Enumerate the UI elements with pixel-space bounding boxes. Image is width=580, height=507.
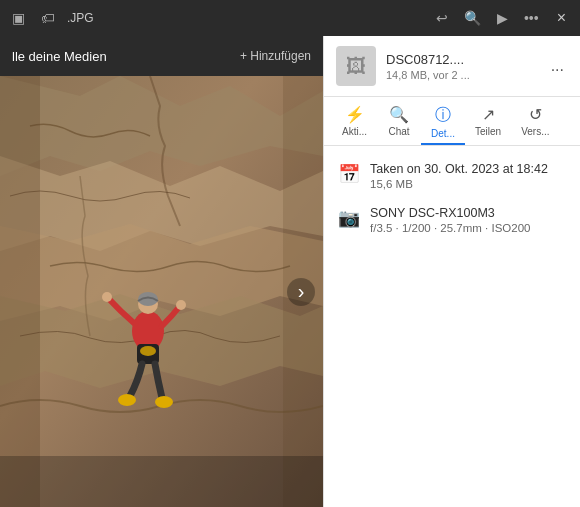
header-more-button[interactable]: ... [547, 55, 568, 77]
tab-aktiv-label: Akti... [342, 126, 367, 137]
svg-point-7 [176, 300, 186, 310]
more-icon[interactable]: ••• [520, 8, 543, 28]
media-toolbar: lle deine Medien + Hinzufügen [0, 36, 323, 76]
play-icon[interactable]: ▶ [493, 8, 512, 28]
vers-icon: ↺ [529, 105, 542, 124]
share-icon: ↗ [482, 105, 495, 124]
file-name: DSC08712.... [386, 52, 537, 67]
svg-rect-1 [0, 76, 40, 507]
svg-point-11 [140, 346, 156, 356]
details-icon: ⓘ [435, 105, 451, 126]
svg-point-6 [102, 292, 112, 302]
tab-teilen[interactable]: ↗ Teilen [465, 97, 511, 145]
topbar-filename: .JPG [67, 11, 424, 25]
top-bar: ▣ 🏷 .JPG ↩ 🔍 ▶ ••• × [0, 0, 580, 36]
tab-aktiv[interactable]: ⚡ Akti... [332, 97, 377, 145]
aktiv-icon: ⚡ [345, 105, 365, 124]
tab-details[interactable]: ⓘ Det... [421, 97, 465, 145]
camera-icon: 📷 [338, 207, 360, 229]
main-content: lle deine Medien + Hinzufügen [0, 36, 580, 507]
media-panel: lle deine Medien + Hinzufügen [0, 36, 323, 507]
tab-chat-label: Chat [388, 126, 409, 137]
tag-icon[interactable]: 🏷 [37, 8, 59, 28]
camera-detail-text: SONY DSC-RX100M3 f/3.5 · 1/200 · 25.7mm … [370, 206, 566, 234]
tab-teilen-label: Teilen [475, 126, 501, 137]
image-placeholder-icon: 🖼 [346, 55, 366, 78]
folder-icon[interactable]: ▣ [8, 8, 29, 28]
camera-primary: SONY DSC-RX100M3 [370, 206, 566, 220]
file-thumbnail: 🖼 [336, 46, 376, 86]
search-icon[interactable]: 🔍 [460, 8, 485, 28]
file-info: DSC08712.... 14,8 MB, vor 2 ... [386, 52, 537, 81]
tabs-bar: ⚡ Akti... 🔍 Chat ⓘ Det... ↗ Teilen ↺ Ver… [324, 97, 580, 146]
media-title: lle deine Medien [12, 49, 232, 64]
svg-point-9 [118, 394, 136, 406]
camera-detail-row: 📷 SONY DSC-RX100M3 f/3.5 · 1/200 · 25.7m… [338, 206, 566, 234]
image-container: › [0, 76, 323, 507]
tab-chat[interactable]: 🔍 Chat [377, 97, 421, 145]
climbing-image [0, 76, 323, 507]
date-detail-text: Taken on 30. Okt. 2023 at 18:42 15,6 MB [370, 162, 566, 190]
calendar-icon: 📅 [338, 163, 360, 185]
date-primary: Taken on 30. Okt. 2023 at 18:42 [370, 162, 566, 176]
details-content: 📅 Taken on 30. Okt. 2023 at 18:42 15,6 M… [324, 146, 580, 507]
file-meta: 14,8 MB, vor 2 ... [386, 69, 537, 81]
tab-vers[interactable]: ↺ Vers... [511, 97, 559, 145]
details-panel: 🖼 DSC08712.... 14,8 MB, vor 2 ... ... ⚡ … [323, 36, 580, 507]
tab-details-label: Det... [431, 128, 455, 139]
add-media-button[interactable]: + Hinzufügen [240, 49, 311, 63]
svg-point-10 [155, 396, 173, 408]
nav-arrow-right[interactable]: › [287, 278, 315, 306]
back-icon[interactable]: ↩ [432, 8, 452, 28]
date-secondary: 15,6 MB [370, 178, 566, 190]
svg-rect-12 [0, 456, 323, 507]
camera-secondary: f/3.5 · 1/200 · 25.7mm · ISO200 [370, 222, 566, 234]
date-detail-row: 📅 Taken on 30. Okt. 2023 at 18:42 15,6 M… [338, 162, 566, 190]
details-header: 🖼 DSC08712.... 14,8 MB, vor 2 ... ... [324, 36, 580, 97]
tab-vers-label: Vers... [521, 126, 549, 137]
close-button[interactable]: × [551, 7, 572, 29]
chat-icon: 🔍 [389, 105, 409, 124]
